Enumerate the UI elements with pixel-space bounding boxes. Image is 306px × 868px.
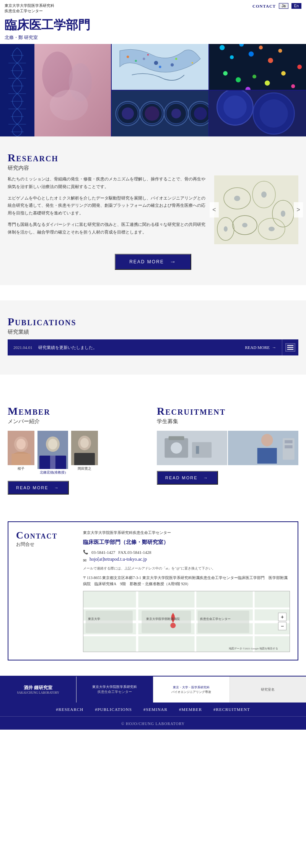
svg-point-54 (145, 106, 159, 121)
footer-logo-disease[interactable]: 東京大学大学院医学系研究科 疾患生命工学センター (76, 677, 153, 703)
member-photos-row: 桜子 北條宏徳(准教授) (8, 431, 149, 475)
hero-img-petri (209, 91, 306, 136)
hero-dna-visual (0, 44, 34, 136)
member-column: Member メンバー紹介 桜子 (8, 405, 149, 495)
contact-title-block: Contact お問合せ (16, 530, 73, 652)
footer-nav-seminar[interactable]: #SEMINAR (143, 707, 168, 712)
svg-point-28 (220, 45, 225, 50)
contact-lab: 臨床医工学部門（北條・鄭研究室） (83, 539, 290, 546)
contact-details: 東京大学大学院医学系研究科疾患生命工学センター 臨床医工学部門（北條・鄭研究室）… (83, 530, 290, 652)
svg-point-61 (260, 99, 288, 128)
carousel-next-button[interactable]: > (294, 202, 303, 217)
header-title-block: 臨床医工学部門 北條・鄭 研究室 (0, 15, 306, 44)
footer-nav-publications[interactable]: #PUBLICATIONS (95, 707, 132, 712)
svg-point-21 (127, 55, 129, 58)
contact-org: 東京大学大学院医学系研究科疾患生命工学センター (83, 530, 290, 536)
arrow-icon: → (170, 258, 177, 265)
research-para2: エピゲノムを中心としたオミクス解析を介したデータ駆動型研究を展開し、バイオエンジ… (8, 195, 207, 217)
hero-img-extra (209, 44, 306, 90)
hero-image-grid (34, 44, 306, 136)
svg-rect-98 (285, 440, 292, 443)
contact-email: hojo[at]tetrapod.t.u-tokyo.ac.jp (90, 556, 147, 562)
recruitment-read-more-button[interactable]: READ MORE → (157, 471, 218, 485)
svg-rect-83 (50, 456, 55, 469)
footer-bottom: © HOJO/CHUNG LABORATORY (0, 716, 306, 730)
lang-ja-button[interactable]: Ja (279, 3, 288, 9)
footer-logos: 酒井 鍾研究室 SAKAI/CHUNG LABORATORY 東京大学大学院医学… (0, 676, 306, 703)
footer-nav-recruitment[interactable]: #RECRUITMENT (213, 707, 250, 712)
svg-text:疾患生命工学センター: 疾患生命工学センター (200, 617, 231, 621)
spacer2 (0, 375, 306, 390)
member-name-3: 岡田寛之 (71, 466, 98, 471)
footer-logo-other[interactable]: 研究室名 (230, 677, 306, 703)
recruitment-photos (157, 431, 298, 465)
research-para1: 私たちのミッションは、骨組織の発生・修復・疾患のメカニズムを理解し、操作すること… (8, 175, 207, 191)
pub-date: 2021.04.01 (13, 345, 33, 350)
publications-menu-button[interactable] (282, 339, 298, 355)
svg-point-110 (170, 623, 176, 628)
lab-subtitle: 北條・鄭 研究室 (5, 34, 301, 41)
svg-point-43 (297, 65, 302, 69)
member-read-more-button[interactable]: READ MORE → (8, 481, 69, 495)
svg-point-72 (269, 227, 275, 231)
map-zoom-in-button[interactable]: + (278, 613, 286, 621)
recruitment-title-en: Recruitment (157, 405, 298, 417)
svg-rect-62 (214, 175, 298, 244)
contact-section: Contact お問合せ 東京大学大学院医学系研究科疾患生命工学センター 臨床医… (8, 521, 298, 660)
svg-point-40 (291, 84, 295, 88)
svg-rect-107 (142, 611, 191, 633)
header: 東京大学大学院医学系研究科 疾患生命工学センター CONTACT Ja En 臨… (0, 0, 306, 44)
svg-point-53 (122, 107, 134, 120)
recruitment-column: Recruitment 学生募集 (157, 405, 298, 495)
map-zoom-controls: + − (278, 613, 286, 630)
footer-nav-research[interactable]: #RESEARCH (56, 707, 83, 712)
member-photo-3: 岡田寛之 (71, 431, 98, 475)
publications-title-ja: 研究業績 (8, 329, 298, 336)
svg-point-34 (278, 49, 282, 53)
hero-img-map (112, 44, 208, 90)
member-recruit-wrapper: Member メンバー紹介 桜子 (0, 390, 306, 498)
research-read-more-button[interactable]: READ MORE → (115, 254, 191, 270)
contact-email-row: ✉ hojo[at]tetrapod.t.u-tokyo.ac.jp (83, 556, 290, 564)
svg-point-24 (159, 66, 161, 68)
pub-read-more-link[interactable]: READ MORE → (245, 345, 276, 350)
member-arrow-icon: → (54, 485, 59, 490)
contact-address: 〒113-8655 東京都文京区本郷7-3-1 東京大学大学院医学系研究科附属疾… (83, 575, 290, 587)
svg-point-77 (16, 439, 26, 449)
svg-point-37 (252, 75, 256, 78)
svg-point-86 (80, 438, 89, 448)
hero-img-tissue (34, 44, 111, 136)
footer-logo-bioe[interactable]: 東京・大学・医学系研究科 バイオエンジニアリング専攻 (153, 677, 230, 703)
carousel-prev-button[interactable]: < (210, 202, 219, 217)
footer-nav-member[interactable]: #MEMBER (179, 707, 202, 712)
contact-nav-link[interactable]: CONTACT (252, 4, 276, 8)
svg-rect-108 (198, 611, 249, 633)
map-credit: 地図データ ©2021 Google 地図を報告する (229, 647, 278, 651)
footer-logo-sakai[interactable]: 酒井 鍾研究室 SAKAI/CHUNG LABORATORY (0, 677, 76, 703)
map-zoom-out-button[interactable]: − (278, 622, 286, 630)
research-para3: 専門も国籍も異なるダイバーシティに富む研究室の強みと、医工連携に関わる様々な研究… (8, 221, 207, 236)
research-image-block: < > (214, 175, 298, 244)
research-title-en: Research (8, 152, 298, 164)
pub-arrow-icon: → (272, 345, 276, 350)
spacer4 (0, 668, 306, 676)
svg-point-55 (171, 109, 181, 118)
svg-point-64 (234, 196, 240, 201)
contact-email-note: メールで連絡する際には、上記メールアドレス中の「at」を"@"に置き換えて下さい… (83, 566, 290, 571)
pub-notice-text: 研究業績を更新いたしました。 (38, 345, 239, 350)
member-avatar-3 (71, 431, 98, 465)
svg-point-60 (223, 96, 247, 119)
svg-rect-87 (74, 453, 95, 465)
svg-rect-27 (209, 44, 306, 90)
svg-point-35 (223, 71, 228, 76)
svg-point-36 (236, 77, 241, 82)
contact-map: 東京大学医学部附属病院 疾患生命工学センター 東京大学 + − 地図データ ©2… (83, 591, 290, 652)
member-avatar-2 (37, 431, 68, 469)
footer-nav: #RESEARCH #PUBLICATIONS #SEMINAR #MEMBER… (0, 703, 306, 716)
svg-text:東京大学: 東京大学 (88, 617, 100, 621)
member-photo-1: 桜子 (8, 431, 34, 475)
svg-rect-109 (86, 611, 133, 633)
svg-point-92 (171, 442, 182, 454)
lang-en-button[interactable]: En (291, 3, 301, 9)
member-name-1: 桜子 (8, 466, 34, 471)
